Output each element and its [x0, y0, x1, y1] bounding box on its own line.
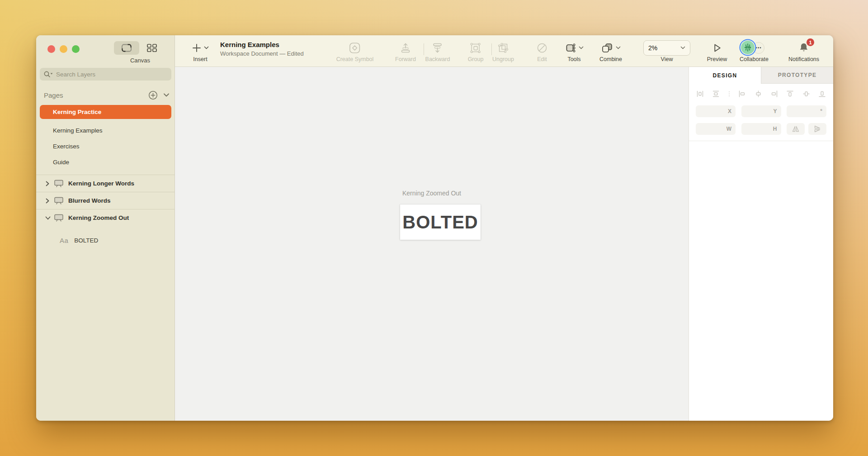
document-subtitle: Workspace Document — Edited	[220, 50, 304, 57]
move-forward-icon	[400, 42, 411, 54]
ungroup-button: Ungroup	[492, 39, 514, 62]
height-field[interactable]: H	[741, 123, 781, 135]
align-right-icon[interactable]	[770, 90, 778, 98]
y-position-input[interactable]	[745, 108, 772, 115]
view-toggle: Canvas	[114, 41, 168, 64]
page-item-kerning-practice[interactable]: Kerning Practice	[40, 105, 171, 119]
page-item-exercises[interactable]: Exercises	[36, 138, 175, 154]
inspector-divider	[689, 141, 833, 141]
flip-horizontal-icon	[792, 125, 800, 133]
components-view-button[interactable]	[143, 41, 161, 55]
play-icon	[712, 43, 722, 53]
page-item-kerning-examples[interactable]: Kerning Examples	[36, 123, 175, 138]
x-position-input[interactable]	[700, 108, 726, 115]
desktop-background: { "titlebar": { "view_toggle_label": "Ca…	[0, 0, 868, 456]
page-item-guide[interactable]: Guide	[36, 154, 175, 170]
edit-label: Edit	[537, 56, 547, 62]
plus-circle-icon	[148, 90, 158, 100]
artboard-row-kerning-zoomed-out[interactable]: Kerning Zoomed Out	[36, 209, 175, 226]
notifications-button[interactable]: 1 Notifications	[788, 39, 819, 62]
tools-button[interactable]: Tools	[565, 39, 584, 62]
height-input[interactable]	[745, 126, 771, 133]
distribute-vertically-icon[interactable]	[712, 90, 720, 98]
group-icon	[470, 42, 481, 54]
align-middle-vertically-icon[interactable]	[802, 90, 810, 98]
chevron-down-icon	[204, 46, 209, 50]
backward-label: Backward	[425, 56, 450, 62]
fullscreen-window-button[interactable]	[72, 45, 80, 53]
collaborator-avatar[interactable]	[741, 41, 755, 54]
text-layer-icon: Aa	[60, 237, 68, 244]
minimize-window-button[interactable]	[60, 45, 67, 53]
plus-icon	[192, 43, 202, 53]
pages-title: Pages	[44, 91, 63, 99]
group-label: Group	[468, 56, 484, 62]
preview-button[interactable]: Preview	[707, 39, 727, 62]
tab-design[interactable]: DESIGN	[689, 67, 761, 84]
search-icon	[43, 71, 53, 78]
artboard-title[interactable]: Kerning Zoomed Out	[402, 190, 461, 197]
chevron-down-icon	[163, 93, 170, 97]
tab-prototype[interactable]: PROTOTYPE	[761, 67, 833, 84]
distribute-horizontally-icon[interactable]	[696, 90, 704, 98]
view-toggle-label: Canvas	[114, 57, 166, 64]
artboard-text-layer[interactable]: BOLTED	[402, 212, 478, 233]
width-input[interactable]	[700, 126, 725, 133]
collapse-pages-button[interactable]	[163, 93, 170, 97]
text-layer-label: BOLTED	[74, 237, 98, 244]
insert-label: Insert	[193, 56, 207, 62]
zoom-level-value: 2%	[648, 44, 657, 52]
toolbar-separator	[491, 43, 492, 55]
zoom-level-dropdown[interactable]: 2%	[643, 40, 690, 56]
y-field-label: Y	[773, 108, 777, 114]
flip-horizontal-button[interactable]	[787, 123, 805, 135]
x-field-label: X	[728, 108, 731, 114]
window-controls	[47, 45, 80, 53]
collaborate-button[interactable]: ••• Collaborate	[740, 39, 769, 62]
y-position-field[interactable]: Y	[741, 105, 781, 117]
notifications-label: Notifications	[788, 56, 819, 62]
search-field[interactable]	[40, 68, 171, 81]
inspector-panel: DESIGN PROTOTYPE	[689, 67, 833, 421]
search-input[interactable]	[56, 71, 168, 78]
width-field[interactable]: W	[696, 123, 736, 135]
chevron-right-icon[interactable]	[45, 198, 51, 204]
width-field-label: W	[726, 126, 731, 132]
canvas-view-button[interactable]	[114, 41, 139, 55]
group-button: Group	[468, 39, 484, 62]
artboard[interactable]: BOLTED	[400, 204, 481, 240]
rotation-field[interactable]: °	[787, 105, 826, 117]
page-item-label: Exercises	[53, 143, 80, 150]
add-page-button[interactable]	[148, 90, 158, 100]
chevron-down-icon	[680, 46, 685, 50]
align-center-horizontally-icon[interactable]	[755, 90, 762, 98]
sidebar: Canvas Pages Kerning Practice	[36, 35, 175, 421]
insert-button[interactable]: Insert	[192, 39, 209, 62]
flip-vertical-button[interactable]	[808, 123, 826, 135]
canvas-area[interactable]: Kerning Zoomed Out BOLTED	[175, 67, 689, 421]
x-position-field[interactable]: X	[696, 105, 736, 117]
artboard-icon	[54, 180, 64, 187]
chevron-right-icon[interactable]	[45, 181, 51, 186]
inspector-tabs: DESIGN PROTOTYPE	[689, 67, 833, 84]
align-top-icon[interactable]	[786, 90, 794, 98]
document-title: Kerning Examples	[220, 41, 304, 48]
combine-label: Combine	[599, 56, 622, 62]
move-backward-button: Backward	[425, 39, 450, 62]
edit-icon	[536, 42, 548, 54]
forward-label: Forward	[395, 56, 416, 62]
artboard-icon	[54, 214, 64, 222]
artboard-row-kerning-longer-words[interactable]: Kerning Longer Words	[36, 175, 175, 192]
artboard-row-blurred-words[interactable]: Blurred Words	[36, 192, 175, 209]
close-window-button[interactable]	[47, 45, 55, 53]
text-layer-row-bolted[interactable]: Aa BOLTED	[36, 233, 175, 248]
align-bottom-icon[interactable]	[818, 90, 826, 98]
ungroup-label: Ungroup	[492, 56, 514, 62]
chevron-down-icon[interactable]	[45, 216, 51, 220]
alignment-separator-dots-icon	[728, 90, 730, 98]
toolbar: Insert Kerning Examples Workspace Docume…	[175, 35, 833, 67]
combine-button[interactable]: Combine	[599, 39, 622, 62]
view-control: 2% View	[643, 39, 690, 62]
rotation-input[interactable]	[791, 108, 818, 115]
align-left-icon[interactable]	[738, 90, 746, 98]
